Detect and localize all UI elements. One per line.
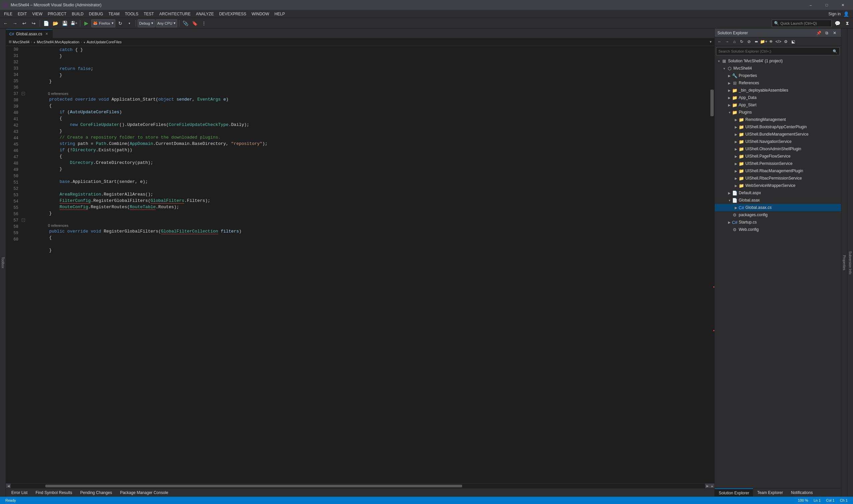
global-asax-expand-icon[interactable]: ▾ — [727, 198, 732, 203]
tree-item-project[interactable]: ▾ ⬡ MvcShell4 — [715, 65, 841, 72]
se-new-folder-button[interactable]: 📁+ — [760, 38, 767, 45]
se-preview-button[interactable]: ⬕ — [789, 38, 797, 45]
tree-item-navigation[interactable]: ▶ 📁 UIShell.NavigationService — [715, 138, 841, 145]
remoting-expand-icon[interactable]: ▶ — [733, 117, 739, 122]
h-scrollbar-thumb[interactable] — [45, 485, 462, 487]
minimize-button[interactable]: – — [803, 0, 818, 10]
se-refresh-button[interactable]: ↻ — [738, 38, 745, 45]
pageflow-expand-icon[interactable]: ▶ — [733, 154, 739, 159]
open-file-button[interactable]: 📂 — [51, 19, 60, 28]
se-stop-button[interactable]: ⊘ — [745, 38, 753, 45]
bootstrap-expand-icon[interactable]: ▶ — [733, 124, 739, 130]
status-col[interactable]: Col 1 — [823, 498, 837, 502]
solution-expand-icon[interactable]: ▾ — [716, 58, 722, 64]
menu-architecture[interactable]: ARCHITECTURE — [157, 10, 193, 18]
app-start-expand-icon[interactable]: ▶ — [727, 102, 732, 108]
signin-link[interactable]: Sign in — [828, 12, 841, 16]
bin-deploy-expand-icon[interactable]: ▶ — [727, 88, 732, 93]
subversion-gutter[interactable]: Subversion Info — [847, 29, 853, 497]
tree-item-references[interactable]: ▶ ⊞ References — [715, 79, 841, 87]
menu-tools[interactable]: TOOLS — [122, 10, 141, 18]
app-data-expand-icon[interactable]: ▶ — [727, 95, 732, 100]
tree-item-bin-deploy[interactable]: ▶ 📁 _bin_deployableAssemblies — [715, 87, 841, 94]
tree-item-startup-cs[interactable]: ▶ C# Startup.cs — [715, 218, 841, 226]
horizontal-scrollbar[interactable]: ◀ ▶ ▲ — [6, 483, 714, 488]
startup-cs-expand-icon[interactable]: ▶ — [727, 219, 732, 225]
scroll-up-button[interactable]: ▲ — [710, 484, 714, 488]
rbac-mgmt-expand-icon[interactable]: ▶ — [733, 168, 739, 174]
redo-button[interactable]: ↪ — [29, 19, 38, 28]
status-ready[interactable]: Ready — [3, 498, 19, 502]
properties-expand-icon[interactable]: ▶ — [727, 73, 732, 78]
bundle-expand-icon[interactable]: ▶ — [733, 131, 739, 137]
menu-build[interactable]: BUILD — [69, 10, 86, 18]
bottom-tab-package-manager[interactable]: Package Manager Console — [116, 488, 172, 497]
tree-item-web-config[interactable]: ▶ ⚙ Web.config — [715, 226, 841, 233]
breadcrumb-method-label[interactable]: AutoUpdateCoreFiles — [87, 40, 122, 44]
build-config-dropdown[interactable]: Debug ▾ — [138, 19, 155, 27]
tree-item-bundle[interactable]: ▶ 📁 UIShell.BundleManagementService — [715, 130, 841, 138]
tree-item-webservice[interactable]: ▶ 📁 WebServiceWrapperService — [715, 182, 841, 189]
menu-analyze[interactable]: ANALYZE — [193, 10, 217, 18]
quick-launch-label[interactable]: Quick Launch (Ctrl+Q) — [780, 21, 817, 25]
bottom-tab-find-symbol[interactable]: Find Symbol Results — [32, 488, 76, 497]
browser-dropdown[interactable]: 🦊 Firefox ▾ — [91, 19, 115, 27]
plugins-expand-icon[interactable]: ▾ — [727, 110, 732, 115]
menu-file[interactable]: FILE — [1, 10, 15, 18]
forward-button[interactable]: → — [11, 19, 19, 28]
tree-item-permission[interactable]: ▶ 📁 UIShell.PermissionService — [715, 160, 841, 167]
tree-item-bootstrap[interactable]: ▶ 📁 UIShell.BootstrapAppCenterPlugin — [715, 123, 841, 130]
menu-test[interactable]: TEST — [141, 10, 157, 18]
menu-devexpress[interactable]: DEVEXPRESS — [217, 10, 249, 18]
code-content[interactable]: catch { } } return false; — [26, 46, 710, 483]
rbac-perm-expand-icon[interactable]: ▶ — [733, 176, 739, 181]
tree-item-app-start[interactable]: ▶ 📁 App_Start — [715, 101, 841, 109]
tree-item-rbac-mgmt[interactable]: ▶ 📁 UIShell.RbacManagementPlugin — [715, 167, 841, 175]
properties-gutter[interactable]: Properties — [841, 29, 847, 497]
se-back-button[interactable]: ← — [716, 38, 723, 45]
webservice-expand-icon[interactable]: ▶ — [733, 183, 739, 188]
save-button[interactable]: 💾 — [60, 19, 69, 28]
filter-icon[interactable]: ⧗ — [843, 19, 852, 28]
platform-dropdown[interactable]: Any CPU ▾ — [156, 19, 177, 27]
se-sync-button[interactable]: ⬌ — [753, 38, 760, 45]
back-button[interactable]: ← — [1, 19, 10, 28]
tree-item-global-asax[interactable]: ▾ 📄 Global.asax — [715, 197, 841, 204]
menu-window[interactable]: WINDOW — [249, 10, 272, 18]
se-search-input[interactable] — [718, 49, 833, 53]
se-close-button[interactable]: ✕ — [831, 29, 838, 37]
tree-item-properties[interactable]: ▶ 🔧 Properties — [715, 72, 841, 79]
bookmarks-button[interactable]: ⋮ — [200, 19, 208, 28]
tree-item-pageflow[interactable]: ▶ 📁 UIShell.PageFlowService — [715, 152, 841, 160]
references-expand-icon[interactable]: ▶ — [727, 80, 732, 86]
se-float-button[interactable]: ⧉ — [823, 29, 830, 37]
olson-expand-icon[interactable]: ▶ — [733, 146, 739, 151]
code-editor[interactable]: 30 31 32 33 34 35 36 37 38 39 40 41 42 4… — [6, 46, 710, 483]
se-home-button[interactable]: ⌂ — [731, 38, 738, 45]
tree-item-plugins[interactable]: ▾ 📁 Plugins — [715, 109, 841, 116]
scroll-right-button[interactable]: ▶ — [705, 484, 710, 488]
bottom-tab-error-list[interactable]: Error List — [7, 488, 32, 497]
project-expand-icon[interactable]: ▾ — [722, 66, 727, 71]
tree-item-solution[interactable]: ▾ ⊞ Solution 'MvcShell4' (1 project) — [715, 57, 841, 65]
tree-item-olson[interactable]: ▶ 📁 UIShell.OlsonAdminShellPlugin — [715, 145, 841, 152]
status-ch[interactable]: Ch 1 — [837, 498, 850, 502]
start-button[interactable]: ▶ — [82, 19, 91, 28]
scroll-left-button[interactable]: ◀ — [6, 484, 11, 488]
se-tab-solution-explorer[interactable]: Solution Explorer — [715, 488, 753, 497]
chat-icon[interactable]: 💬 — [833, 19, 842, 28]
bookmark-button[interactable]: 🔖 — [190, 19, 199, 28]
editor-scrollbar[interactable] — [710, 46, 714, 483]
close-button[interactable]: ✕ — [835, 0, 850, 10]
fold-button-57[interactable]: − — [22, 218, 25, 222]
breadcrumb-project-label[interactable]: MvcShell4 — [13, 40, 30, 44]
se-show-all-button[interactable]: 👁 — [767, 38, 775, 45]
se-tree[interactable]: ▾ ⊞ Solution 'MvcShell4' (1 project) ▾ ⬡… — [715, 57, 841, 488]
menu-view[interactable]: VIEW — [30, 10, 45, 18]
breadcrumb-expand-icon[interactable]: ▾ — [710, 40, 712, 44]
permission-expand-icon[interactable]: ▶ — [733, 161, 739, 166]
se-pin-button[interactable]: 📌 — [815, 29, 822, 37]
se-search-box[interactable]: 🔍 — [716, 47, 840, 55]
menu-team[interactable]: TEAM — [106, 10, 122, 18]
default-aspx-expand-icon[interactable]: ▶ — [727, 190, 732, 196]
